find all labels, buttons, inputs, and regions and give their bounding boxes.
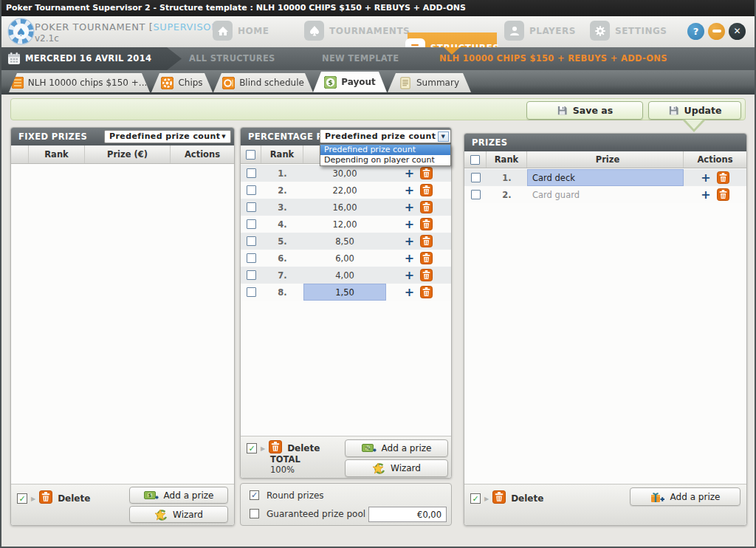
plus-icon[interactable]: + <box>701 173 710 183</box>
prize-value-cell[interactable]: 1,50 <box>303 284 386 301</box>
delete-all-checkbox[interactable]: ✓ <box>247 443 257 453</box>
trash-icon[interactable] <box>420 218 433 230</box>
trash-icon[interactable] <box>420 201 433 213</box>
delete-label[interactable]: Delete <box>511 493 543 504</box>
delete-all-checkbox[interactable]: ✓ <box>470 493 481 504</box>
table-row[interactable]: 3.16,00+ <box>241 199 451 216</box>
round-prizes-label[interactable]: Round prizes <box>267 490 324 501</box>
row-checkbox[interactable] <box>247 236 256 246</box>
tab-summary[interactable]: Summary <box>388 73 471 92</box>
close-button[interactable]: ✕ <box>729 23 746 40</box>
nav-item-home[interactable]: HOME <box>213 21 269 41</box>
plus-icon[interactable]: + <box>405 270 414 281</box>
trash-icon[interactable] <box>492 490 506 507</box>
table-row[interactable]: 2.Card guard+ <box>464 186 746 203</box>
trash-icon[interactable] <box>420 235 433 247</box>
prize-value-cell[interactable]: 4,00 <box>303 267 386 284</box>
guaranteed-prize-pool-input[interactable] <box>368 507 447 522</box>
prize-name-cell[interactable]: Card guard <box>527 186 684 203</box>
trash-icon[interactable] <box>420 167 433 179</box>
prize-value-cell[interactable]: 8,50 <box>303 233 386 250</box>
rank-cell: 2. <box>487 186 527 203</box>
dropdown-option[interactable]: Depending on player count <box>320 155 450 165</box>
prize-value-cell[interactable]: 30,00 <box>303 165 386 182</box>
fixed-prizes-wizard-button[interactable]: Wizard <box>129 506 228 523</box>
plus-icon[interactable]: + <box>405 202 414 213</box>
row-checkbox[interactable] <box>247 185 256 195</box>
trash-icon[interactable] <box>717 188 729 201</box>
select-all-checkbox[interactable] <box>470 155 480 165</box>
table-row[interactable]: 7.4,00+ <box>241 267 451 284</box>
row-checkbox[interactable] <box>247 168 256 178</box>
prize-value-cell[interactable]: 6,00 <box>303 250 386 267</box>
trash-icon[interactable] <box>39 490 52 507</box>
minimize-button[interactable] <box>708 23 725 40</box>
active-nav-pointer <box>444 47 460 55</box>
prize-value-cell[interactable]: 16,00 <box>303 199 386 216</box>
row-checkbox[interactable] <box>247 202 256 212</box>
tab-payout[interactable]: $ Payout <box>313 72 387 92</box>
delete-label[interactable]: Delete <box>58 493 90 504</box>
prize-name-cell[interactable]: Card deck <box>527 169 684 186</box>
add-fixed-prize-button[interactable]: $ Add a prize <box>129 487 228 504</box>
nav-item-settings[interactable]: SETTINGS <box>590 21 667 41</box>
guaranteed-prize-pool-label[interactable]: Guaranteed prize pool <box>267 509 365 519</box>
plus-icon[interactable]: + <box>405 287 414 298</box>
row-checkbox[interactable] <box>471 173 481 182</box>
plus-icon[interactable]: + <box>405 168 414 179</box>
plus-icon[interactable]: + <box>405 253 414 264</box>
plus-icon[interactable]: + <box>405 185 414 196</box>
plus-icon[interactable]: + <box>701 190 710 200</box>
plus-icon[interactable]: + <box>405 219 414 230</box>
table-row[interactable]: 1.Card deck+ <box>464 169 746 186</box>
breadcrumb-all-structures[interactable]: ALL STRUCTURES <box>189 47 275 70</box>
row-checkbox[interactable] <box>247 287 256 297</box>
add-percentage-prize-button[interactable]: % Add a prize <box>345 439 448 457</box>
breadcrumb-new-template[interactable]: NEW TEMPLATE <box>322 47 399 70</box>
guaranteed-prize-pool-checkbox[interactable] <box>250 509 259 518</box>
fixed-prizes-mode-dropdown[interactable]: Predefined prize count ▼ <box>104 130 231 143</box>
breadcrumb-date[interactable]: MERCREDI 16 AVRIL 2014 <box>25 47 151 70</box>
nav-item-players[interactable]: PLAYERS <box>504 21 576 41</box>
trash-icon[interactable] <box>420 286 433 298</box>
trash-icon[interactable] <box>420 252 433 264</box>
trash-icon[interactable] <box>717 171 729 184</box>
actions-cell: + <box>386 216 451 233</box>
row-checkbox[interactable] <box>247 219 256 229</box>
table-row[interactable]: 2.22,00+ <box>241 182 451 199</box>
trash-icon[interactable] <box>420 269 433 281</box>
save-as-button[interactable]: Save as <box>526 101 643 120</box>
round-prizes-checkbox[interactable]: ✓ <box>250 490 259 500</box>
help-button[interactable]: ? <box>687 23 704 40</box>
checkbox-cell <box>241 267 261 284</box>
table-row[interactable]: 8.1,50+ <box>241 284 451 301</box>
delete-label[interactable]: Delete <box>287 443 320 453</box>
percentage-prizes-mode-dropdown[interactable]: Predefined prize count ▼ <box>320 129 451 143</box>
prize-value-cell[interactable]: 12,00 <box>303 216 386 233</box>
tab-structure-template[interactable]: NLH 10000 chips $150 +... <box>9 73 150 92</box>
row-checkbox[interactable] <box>247 270 256 280</box>
plus-icon[interactable]: + <box>405 236 414 247</box>
update-button[interactable]: Update <box>648 101 741 120</box>
table-row[interactable]: 5.8,50+ <box>241 233 451 250</box>
dropdown-option[interactable]: Predefined prize count <box>320 145 450 155</box>
nav-label: PLAYERS <box>529 26 576 36</box>
prize-value-cell[interactable]: 22,00 <box>303 182 386 199</box>
select-all-checkbox[interactable] <box>246 150 255 160</box>
delete-all-checkbox[interactable]: ✓ <box>17 493 27 504</box>
tab-blind-schedule[interactable]: Blind schedule <box>213 73 313 92</box>
chip-icon <box>161 77 173 89</box>
table-row[interactable]: 1.30,00+ <box>241 165 451 182</box>
trash-icon[interactable] <box>420 184 433 196</box>
add-material-prize-button[interactable]: Add a prize <box>630 487 740 506</box>
row-checkbox[interactable] <box>247 253 256 263</box>
actions-cell: + <box>684 169 746 186</box>
row-checkbox[interactable] <box>471 190 481 199</box>
percentage-prizes-wizard-button[interactable]: Wizard <box>345 459 448 477</box>
checkbox-cell <box>241 233 261 250</box>
nav-item-tournaments[interactable]: TOURNAMENTS <box>304 21 410 41</box>
table-row[interactable]: 4.12,00+ <box>241 216 451 233</box>
tab-chips[interactable]: Chips <box>151 73 213 92</box>
table-row[interactable]: 6.6,00+ <box>241 250 451 267</box>
chevron-down-icon[interactable]: ▼ <box>438 131 449 142</box>
